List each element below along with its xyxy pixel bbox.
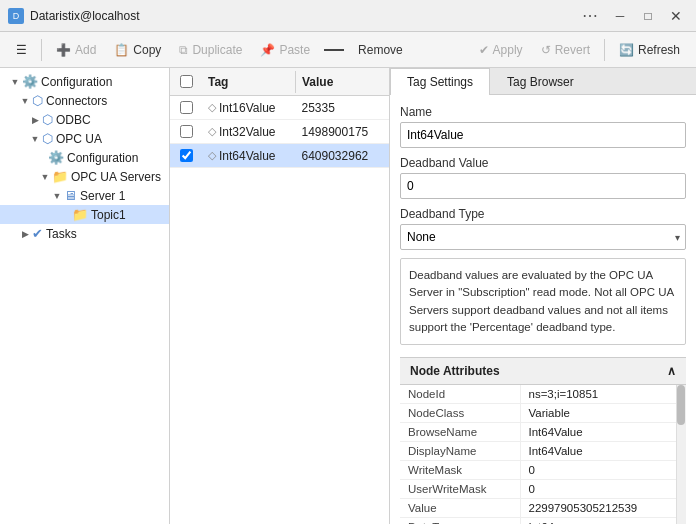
copy-icon: 📋 — [114, 43, 129, 57]
app-icon: D — [8, 8, 24, 24]
duplicate-button[interactable]: ⧉ Duplicate — [171, 36, 250, 64]
sidebar-item-odbc[interactable]: ▶ ⬡ ODBC — [0, 110, 169, 129]
odbc-icon: ⬡ — [42, 112, 53, 127]
table-row[interactable]: ◇ Int16Value 25335 — [170, 96, 389, 120]
expand-icon: ▼ — [38, 172, 52, 182]
right-panel: Tag Settings Tag Browser Name Deadband V… — [390, 68, 696, 524]
tasks-icon: ✔ — [32, 226, 43, 241]
sidebar-item-configuration[interactable]: ▼ ⚙️ Configuration — [0, 72, 169, 91]
row-checkbox-cell — [170, 149, 202, 162]
sidebar-item-topic1[interactable]: 📁 Topic1 — [0, 205, 169, 224]
attr-name: UserWriteMask — [400, 480, 520, 499]
topic-folder-icon: 📁 — [72, 207, 88, 222]
collapse-icon: ∧ — [667, 364, 676, 378]
attr-name: WriteMask — [400, 461, 520, 480]
sidebar-item-opc-ua-config[interactable]: ⚙️ Configuration — [0, 148, 169, 167]
more-options-icon[interactable]: ⋯ — [576, 4, 604, 28]
attr-value: 0 — [520, 480, 686, 499]
table-header: Tag Value — [170, 68, 389, 96]
copy-button[interactable]: 📋 Copy — [106, 36, 169, 64]
deadband-type-select[interactable]: None Absolute Percentage — [400, 224, 686, 250]
apply-button[interactable]: ✔ Apply — [471, 36, 531, 64]
sidebar-item-label: Configuration — [41, 75, 112, 89]
attr-name: BrowseName — [400, 423, 520, 442]
deadband-type-label: Deadband Type — [400, 207, 686, 221]
attr-name: NodeClass — [400, 404, 520, 423]
table-row[interactable]: ◇ Int32Value 1498900175 — [170, 120, 389, 144]
attributes-wrapper: NodeIdns=3;i=10851NodeClassVariableBrows… — [400, 385, 686, 524]
refresh-label: Refresh — [638, 43, 680, 57]
select-all-checkbox[interactable] — [180, 75, 193, 88]
tag-cell: ◇ Int16Value — [202, 99, 296, 117]
apply-check-icon: ✔ — [479, 43, 489, 57]
scrollbar-track — [676, 385, 686, 524]
info-box: Deadband values are evaluated by the OPC… — [400, 258, 686, 345]
deadband-value-label: Deadband Value — [400, 156, 686, 170]
attr-value: Int64Value — [520, 423, 686, 442]
scrollbar-thumb[interactable] — [677, 385, 685, 425]
remove-button[interactable]: Remove — [350, 36, 411, 64]
deadband-value-input[interactable] — [400, 173, 686, 199]
attribute-row: DisplayNameInt64Value — [400, 442, 686, 461]
window-title: Dataristix@localhost — [30, 9, 140, 23]
attribute-row: DataTypeInt64 — [400, 518, 686, 525]
title-bar-controls: ⋯ ─ □ ✕ — [576, 4, 688, 28]
attr-value: Variable — [520, 404, 686, 423]
attr-value: Int64 — [520, 518, 686, 525]
attributes-table: NodeIdns=3;i=10851NodeClassVariableBrows… — [400, 385, 686, 524]
row-checkbox[interactable] — [180, 125, 193, 138]
tag-name: Int64Value — [219, 149, 276, 163]
remove-label: Remove — [358, 43, 403, 57]
sidebar-item-server1[interactable]: ▼ 🖥 Server 1 — [0, 186, 169, 205]
maximize-button[interactable]: □ — [636, 4, 660, 28]
attr-value: ns=3;i=10851 — [520, 385, 686, 404]
close-button[interactable]: ✕ — [664, 4, 688, 28]
config-icon: ⚙️ — [48, 150, 64, 165]
minimize-button[interactable]: ─ — [608, 4, 632, 28]
opc-ua-icon: ⬡ — [42, 131, 53, 146]
revert-button[interactable]: ↺ Revert — [533, 36, 598, 64]
hamburger-menu-button[interactable]: ☰ — [8, 36, 35, 64]
expand-icon: ▶ — [28, 115, 42, 125]
hamburger-icon: ☰ — [16, 43, 27, 57]
duplicate-label: Duplicate — [192, 43, 242, 57]
paste-icon: 📌 — [260, 43, 275, 57]
sidebar-item-tasks[interactable]: ▶ ✔ Tasks — [0, 224, 169, 243]
deadband-type-field-group: Deadband Type None Absolute Percentage ▾ — [400, 207, 686, 250]
add-button[interactable]: ➕ Add — [48, 36, 104, 64]
row-checkbox[interactable] — [180, 149, 193, 162]
row-checkbox[interactable] — [180, 101, 193, 114]
refresh-icon: 🔄 — [619, 43, 634, 57]
sidebar-item-connectors[interactable]: ▼ ⬡ Connectors — [0, 91, 169, 110]
row-checkbox-cell — [170, 101, 202, 114]
tab-label: Tag Settings — [407, 75, 473, 89]
separator-1 — [41, 39, 42, 61]
node-attributes-header[interactable]: Node Attributes ∧ — [400, 358, 686, 385]
tab-bar: Tag Settings Tag Browser — [390, 68, 696, 95]
tags-table: Tag Value ◇ Int16Value 25335 ◇ — [170, 68, 390, 524]
paste-button[interactable]: 📌 Paste — [252, 36, 318, 64]
attr-value: 0 — [520, 461, 686, 480]
tag-cell: ◇ Int32Value — [202, 123, 296, 141]
tab-tag-browser[interactable]: Tag Browser — [490, 68, 591, 95]
tab-tag-settings[interactable]: Tag Settings — [390, 68, 490, 95]
table-body: ◇ Int16Value 25335 ◇ Int32Value 14989001… — [170, 96, 389, 524]
attr-name: DisplayName — [400, 442, 520, 461]
sidebar-item-opc-ua-servers[interactable]: ▼ 📁 OPC UA Servers — [0, 167, 169, 186]
attr-value: 22997905305212539 — [520, 499, 686, 518]
attribute-row: BrowseNameInt64Value — [400, 423, 686, 442]
name-input[interactable] — [400, 122, 686, 148]
sidebar-item-label: Configuration — [67, 151, 138, 165]
sidebar-item-opc-ua[interactable]: ▼ ⬡ OPC UA — [0, 129, 169, 148]
refresh-button[interactable]: 🔄 Refresh — [611, 36, 688, 64]
title-bar: D Dataristix@localhost ⋯ ─ □ ✕ — [0, 0, 696, 32]
paste-label: Paste — [279, 43, 310, 57]
table-row[interactable]: ◇ Int64Value 6409032962 — [170, 144, 389, 168]
name-label: Name — [400, 105, 686, 119]
sidebar-item-label: Tasks — [46, 227, 77, 241]
copy-label: Copy — [133, 43, 161, 57]
tag-name: Int16Value — [219, 101, 276, 115]
attribute-row: NodeIdns=3;i=10851 — [400, 385, 686, 404]
deadband-value-field-group: Deadband Value — [400, 156, 686, 199]
deadband-type-select-wrapper: None Absolute Percentage ▾ — [400, 224, 686, 250]
